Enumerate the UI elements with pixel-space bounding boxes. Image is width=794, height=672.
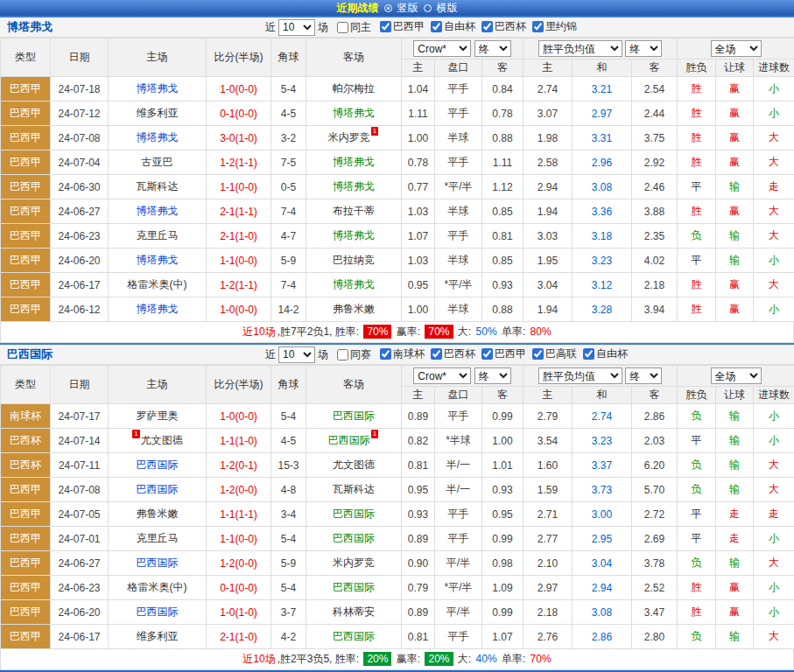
avg-odds-select[interactable]: 胜平负均值 — [538, 368, 622, 384]
home-team-name[interactable]: 博塔弗戈 — [137, 205, 179, 217]
home-team-name[interactable]: 博塔弗戈 — [137, 131, 179, 144]
home-team-name: 瓦斯科达 — [137, 180, 179, 192]
league-type: 巴西杯 — [1, 429, 51, 453]
red-card-badge: 1 — [371, 127, 378, 136]
result-goals: 走 — [754, 502, 794, 527]
same-venue-filter[interactable]: 同赛 — [337, 347, 371, 362]
handicap-line: 平手 — [435, 224, 482, 248]
score: 1-0(0-0) — [207, 298, 271, 322]
scope-select[interactable]: 全场 — [711, 40, 762, 57]
away-team-name[interactable]: 巴西国际1 — [328, 434, 379, 446]
away-team-cell: 巴西国际 — [306, 527, 402, 551]
avg-odds-select[interactable]: 胜平负均值 — [538, 40, 622, 57]
euro-away-odds: 3.47 — [632, 600, 678, 625]
asian-home-odds: 1.11 — [402, 102, 435, 126]
result-wdl: 负 — [678, 453, 716, 478]
big-rate-label: 大: — [458, 653, 471, 665]
score: 1-1(1-1) — [207, 502, 271, 527]
match-row: 巴西甲24-07-05弗鲁米嫩1-1(1-1)3-4巴西国际0.93平手0.95… — [1, 502, 794, 527]
avg-final-select[interactable]: 终 — [625, 40, 662, 57]
euro-draw-odds: 3.21 — [573, 77, 632, 102]
home-team-name[interactable]: 巴西国际 — [137, 606, 179, 618]
odds-final-select[interactable]: 终 — [474, 40, 511, 57]
odds-provider-select[interactable]: Crow* — [413, 40, 471, 57]
match-row: 巴西杯24-07-11巴西国际1-2(0-1)15-3尤文图德0.81半/一1.… — [1, 453, 794, 478]
euro-home-odds: 3.03 — [523, 224, 573, 248]
away-team-name[interactable]: 巴西国际 — [333, 630, 375, 642]
league-checkbox[interactable] — [532, 348, 544, 360]
league-filter[interactable]: 巴西甲 — [380, 19, 425, 34]
corners: 4-2 — [271, 625, 306, 649]
home-team-name[interactable]: 博塔弗戈 — [137, 254, 179, 266]
score: 1-2(0-0) — [207, 478, 271, 502]
red-card-badge: 1 — [132, 430, 139, 438]
away-team-name[interactable]: 巴西国际 — [333, 532, 375, 544]
scope-select[interactable]: 全场 — [711, 368, 762, 384]
home-team-name[interactable]: 博塔弗戈 — [137, 303, 179, 315]
league-filter[interactable]: 巴西杯 — [431, 346, 475, 361]
asian-away-odds: 0.93 — [482, 478, 523, 502]
handicap-line: *半球 — [435, 429, 482, 453]
same-venue-filter[interactable]: 同主 — [337, 20, 371, 35]
section-team-1: 博塔弗戈 近 10 场 同主 巴西甲自由杯巴西杯里约锦 类型 日期 主场 比分(… — [0, 16, 794, 343]
away-team-name[interactable]: 巴西国际 — [333, 581, 375, 593]
handicap-line: 平手 — [435, 527, 482, 551]
away-team-cell: 巴拉纳竞 — [306, 248, 402, 273]
away-team-name[interactable]: 博塔弗戈 — [333, 229, 375, 242]
team-name-heading[interactable]: 巴西国际 — [7, 346, 265, 362]
subcol-euro-home: 主 — [523, 387, 573, 404]
avg-final-select[interactable]: 终 — [625, 368, 662, 384]
league-checkbox[interactable] — [481, 21, 493, 32]
odds-final-select[interactable]: 终 — [474, 368, 511, 384]
same-venue-checkbox[interactable] — [337, 22, 348, 33]
away-team-name[interactable]: 巴西国际 — [333, 508, 375, 520]
layout-horizontal-radio[interactable] — [424, 4, 432, 12]
match-count-select[interactable]: 10 — [278, 346, 315, 363]
home-team-name[interactable]: 巴西国际 — [137, 458, 179, 471]
match-row: 巴西甲24-06-20博塔弗戈1-1(0-0)5-9巴拉纳竞1.03半球0.85… — [1, 248, 794, 273]
league-filter[interactable]: 巴西甲 — [481, 346, 526, 361]
match-row: 巴西甲24-06-17维多利亚2-1(1-0)4-2巴西国际0.81平手1.07… — [1, 625, 794, 649]
away-team-name[interactable]: 巴西国际 — [333, 410, 375, 422]
league-filter[interactable]: 里约锦 — [532, 19, 577, 34]
league-filter[interactable]: 巴高联 — [532, 346, 577, 361]
result-handicap: 赢 — [716, 298, 754, 322]
league-checkbox[interactable] — [380, 348, 391, 360]
away-team-name[interactable]: 博塔弗戈 — [333, 107, 375, 119]
away-team-name[interactable]: 博塔弗戈 — [333, 278, 375, 290]
layout-vertical-radio[interactable] — [384, 4, 392, 12]
league-filter[interactable]: 自由杯 — [583, 346, 628, 361]
league-type: 巴西甲 — [1, 576, 51, 600]
team-name-heading[interactable]: 博塔弗戈 — [7, 19, 265, 35]
league-filter[interactable]: 南球杯 — [380, 346, 425, 361]
league-checkbox[interactable] — [431, 348, 442, 360]
euro-draw-odds: 3.28 — [573, 298, 632, 322]
league-filter[interactable]: 自由杯 — [431, 19, 475, 34]
league-filter[interactable]: 巴西杯 — [481, 19, 526, 34]
league-label: 巴高联 — [545, 346, 577, 361]
league-checkbox[interactable] — [583, 348, 594, 360]
match-count-select[interactable]: 10 — [278, 19, 315, 36]
league-checkbox[interactable] — [532, 21, 544, 32]
away-team-cell: 帕尔梅拉 — [306, 77, 402, 102]
result-handicap: 赢 — [716, 77, 754, 102]
league-checkbox[interactable] — [380, 21, 391, 32]
euro-home-odds: 3.04 — [523, 273, 573, 298]
result-handicap: 赢 — [716, 273, 754, 298]
league-checkbox[interactable] — [481, 348, 493, 360]
subcol-handicap: 盘口 — [435, 60, 482, 77]
home-team-name[interactable]: 巴西国际 — [137, 556, 179, 569]
same-venue-checkbox[interactable] — [337, 349, 348, 360]
away-team-name[interactable]: 博塔弗戈 — [333, 156, 375, 168]
home-team-name[interactable]: 博塔弗戈 — [137, 82, 179, 94]
result-goals: 小 — [754, 404, 794, 429]
euro-home-odds: 3.07 — [523, 102, 573, 126]
home-team-name[interactable]: 巴西国际 — [137, 483, 179, 495]
home-team-name: 罗萨里奥 — [137, 410, 179, 422]
score: 2-1(1-1) — [207, 200, 271, 224]
odds-provider-select[interactable]: Crow* — [413, 368, 471, 384]
corners: 3-4 — [271, 502, 306, 527]
league-checkbox[interactable] — [431, 21, 442, 32]
result-wdl: 胜 — [678, 600, 716, 625]
away-team-name[interactable]: 博塔弗戈 — [333, 180, 375, 192]
